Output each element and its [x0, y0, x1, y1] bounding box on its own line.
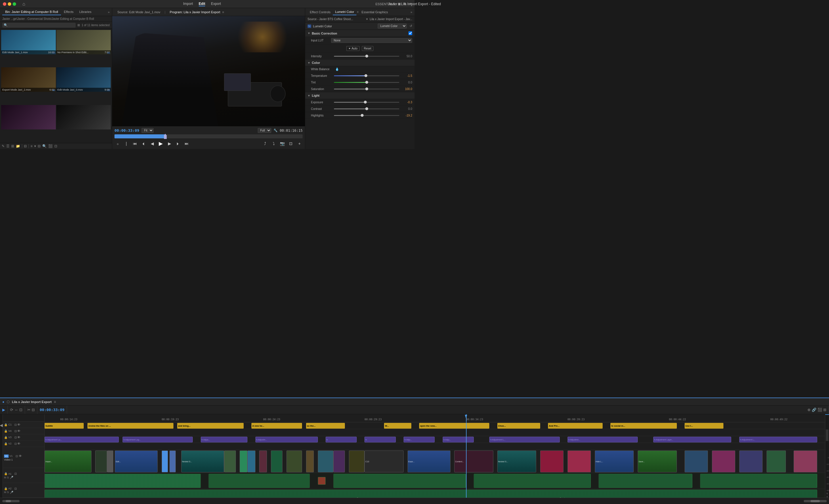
sort-expand-icon[interactable]: ▾	[34, 144, 36, 148]
con-thumb	[365, 107, 368, 110]
media-item-1[interactable]: Edit Mode Javi_1.mov 16:03	[1, 30, 56, 67]
hl-value: -19.2	[399, 114, 412, 117]
light-section-header[interactable]: ▼ Light	[305, 92, 414, 99]
eyedropper-icon[interactable]: 💧	[335, 67, 339, 71]
media-item-6[interactable]	[57, 105, 111, 142]
tab-lumetri-color[interactable]: Lumetri Color	[333, 9, 356, 15]
settings-button[interactable]: ⊡	[288, 140, 294, 147]
fit-select[interactable]: Fit	[142, 128, 154, 133]
step-back-button[interactable]: ⏴	[140, 140, 147, 147]
reset-button[interactable]: Reset	[362, 46, 373, 51]
tab-effects[interactable]: Effects	[61, 9, 76, 15]
media-grid: Edit Mode Javi_1.mov 16:03 No Premiere i…	[0, 29, 112, 143]
source-dropdown-icon[interactable]: ▾	[366, 17, 368, 21]
intensity-slider[interactable]	[334, 54, 399, 58]
wb-label: White Balance	[311, 68, 334, 71]
frame-back-button[interactable]: ◀	[149, 140, 155, 147]
temperature-row: Temperature -1.5	[305, 72, 414, 79]
info-icon[interactable]: ⊡	[55, 144, 57, 148]
menu-edit[interactable]: Edit	[199, 2, 205, 6]
basic-correction-header[interactable]: ▼ Basic Correction	[305, 30, 414, 37]
saturation-slider[interactable]	[334, 87, 399, 91]
right-panel: Effect Controls Lumetri Color ≡ Essentia…	[305, 8, 414, 149]
temp-thumb	[364, 74, 367, 77]
extract-button[interactable]: ⤵	[271, 140, 277, 147]
fx-reset-icon[interactable]: ↺	[409, 24, 412, 28]
basic-correction-title: Basic Correction	[312, 32, 337, 35]
lift-button[interactable]: ⤴	[262, 140, 268, 147]
play-button[interactable]: ▶	[158, 140, 164, 147]
tab-bin[interactable]: Bin: Javier Editing at Computer B Roll	[2, 9, 61, 15]
close-button[interactable]	[3, 2, 6, 6]
sat-thumb	[365, 87, 368, 90]
go-end-button[interactable]: ⏭	[183, 140, 190, 147]
hl-track	[334, 115, 399, 116]
lumetri-menu-icon[interactable]: ≡	[357, 10, 359, 13]
menu-export[interactable]: Export	[211, 2, 221, 6]
maximize-button[interactable]	[13, 2, 16, 6]
auto-button[interactable]: ✦ Auto	[346, 46, 360, 51]
panel-expand-icon[interactable]: »	[108, 10, 110, 14]
tint-row: Tint 0.0	[305, 79, 414, 86]
quality-select[interactable]: Full	[258, 128, 271, 133]
slider-icon[interactable]: ⊟	[24, 144, 27, 148]
saturation-row: Saturation 100.0	[305, 86, 414, 92]
tint-track	[334, 82, 399, 83]
exp-value: -0.3	[399, 101, 412, 104]
tint-slider[interactable]	[334, 80, 399, 84]
step-forward-button[interactable]: ⏵	[175, 140, 181, 147]
exposure-slider[interactable]	[334, 100, 399, 104]
media-item-5[interactable]	[1, 105, 56, 142]
mark-in-button[interactable]: ⬦	[114, 140, 121, 147]
item-count: 1 of 11 items selected	[82, 24, 110, 27]
source-tab[interactable]: Source: Edit Mode Javi_1.mov	[114, 9, 163, 15]
media-dur-3: 6:02	[49, 88, 55, 91]
view-icon[interactable]: ⊞	[77, 23, 80, 27]
highlights-slider[interactable]	[334, 113, 399, 117]
basic-correction-toggle[interactable]	[408, 31, 412, 35]
more-button[interactable]: +	[296, 140, 302, 147]
color-arrow-icon: ▼	[308, 61, 311, 65]
effect-dest-name: Lila x Javier Import Export - Jav...	[370, 17, 412, 21]
tab-essential-graphics[interactable]: Essential Graphics	[359, 9, 390, 15]
tab-effect-controls[interactable]: Effect Controls	[308, 9, 333, 15]
media-dur-4: 9:09	[104, 88, 110, 91]
light-section-title: Light	[312, 94, 320, 97]
hl-fill	[334, 115, 362, 116]
media-thumb-1: Edit Mode Javi_1.mov 16:03	[1, 30, 56, 55]
wrench-icon[interactable]: 🔧	[274, 129, 278, 132]
right-panel-expand[interactable]: »	[410, 10, 412, 14]
thumb-overlay-3: Export Mode Javi_2.mov 6:02	[1, 88, 56, 92]
contrast-slider[interactable]	[334, 107, 399, 111]
sort-icon[interactable]: ≡	[31, 144, 33, 148]
minimize-button[interactable]	[8, 2, 11, 6]
frame-forward-button[interactable]: ▶	[166, 140, 173, 147]
scrub-progress	[114, 134, 166, 138]
media-item-2[interactable]: No Premiere in Shot Editi... 7:07	[57, 30, 111, 67]
program-tab[interactable]: Program: Lila x Javier Import Export ≡	[167, 9, 227, 15]
folder-icon[interactable]: 📁	[16, 144, 20, 148]
list-icon[interactable]: ☰	[6, 144, 9, 148]
temperature-slider[interactable]	[334, 74, 399, 78]
color-section-header[interactable]: ▼ Color	[305, 60, 414, 66]
lut-select[interactable]: None	[331, 38, 412, 43]
scrub-bar[interactable]	[114, 134, 302, 138]
pencil-icon[interactable]: ✎	[2, 144, 5, 148]
columns-icon[interactable]: ⊟	[38, 144, 41, 148]
search-input[interactable]	[9, 24, 74, 27]
fx-select[interactable]: Lumetri Color	[378, 24, 407, 29]
home-button[interactable]: ⌂	[23, 1, 25, 7]
zoom-icon[interactable]: 🔍	[42, 144, 47, 148]
grid-icon[interactable]: ⊞	[11, 144, 14, 148]
camera-button[interactable]: 📷	[279, 140, 285, 147]
media-item-3[interactable]: Export Mode Javi_2.mov 6:02	[1, 67, 56, 104]
add-marker-button[interactable]: |	[123, 140, 130, 147]
preview-icon[interactable]: ⬛	[48, 144, 52, 148]
tab-libraries[interactable]: Libraries	[76, 9, 94, 15]
media-item-4[interactable]: Edit Mode Javi_0.mov 9:09	[57, 67, 111, 104]
hl-thumb	[361, 114, 364, 117]
go-start-button[interactable]: ⏮	[132, 140, 138, 147]
color-section-title: Color	[312, 61, 320, 65]
search-box[interactable]: 🔍	[2, 23, 76, 28]
menu-import[interactable]: Import	[183, 2, 193, 6]
